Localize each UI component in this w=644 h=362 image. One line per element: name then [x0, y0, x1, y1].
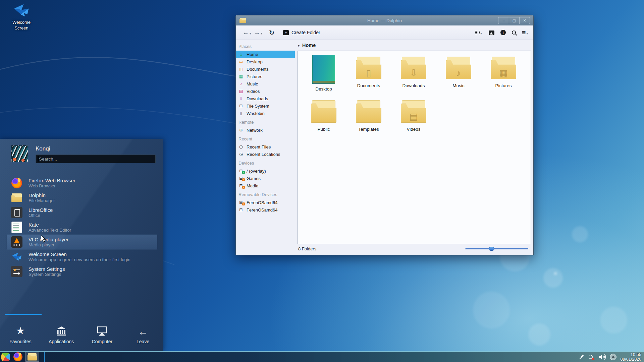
videos-icon: ▤ [238, 89, 244, 94]
maximize-button[interactable]: ▢ [509, 17, 519, 24]
welcome-bird-icon [13, 3, 30, 18]
zoom-slider[interactable] [465, 246, 528, 251]
breadcrumb-home[interactable]: Home [302, 43, 316, 48]
section-header: Recent [236, 134, 295, 143]
unmounted-badge: ✕ [242, 186, 245, 189]
search-input[interactable] [39, 157, 153, 162]
system-tray: 10:55 08/01/2020 [578, 352, 641, 362]
firefox-icon [11, 178, 22, 188]
folder-item-downloads[interactable]: ⇩ Downloads [391, 54, 436, 98]
digital-clock[interactable]: 10:55 08/01/2020 [620, 352, 641, 362]
minimize-button[interactable]: – [498, 17, 509, 24]
tab-computer[interactable]: Computer [82, 325, 123, 344]
app-item-kate[interactable]: Kate Advanced Text Editor [7, 220, 157, 235]
tab-favourites[interactable]: ★ Favourites [0, 325, 41, 344]
view-mode-button[interactable]: ▾ [475, 30, 483, 35]
folder-icon [27, 353, 37, 361]
sidebar-item-ferenos-2[interactable]: ⊟ FerenOSamd64 [236, 206, 295, 214]
sidebar-item-network[interactable]: ⊕ Network [236, 126, 295, 134]
sidebar-item-ferenos-1[interactable]: ⊟✕ FerenOSamd64 [236, 199, 295, 206]
app-item-libreoffice[interactable]: LibreOffice Office [7, 205, 157, 220]
folder-view[interactable]: Desktop ▯ Documents ⇩ Downloads ♪ Musi [298, 51, 531, 244]
folder-icon: ▦ [489, 56, 518, 80]
folder-item-public[interactable]: Public [301, 98, 346, 141]
sidebar-item-file-system[interactable]: ⊡ File System [236, 102, 295, 110]
welcome-bird-icon [11, 252, 22, 262]
bokeh-circle [572, 226, 588, 242]
folder-item-documents[interactable]: ▯ Documents [346, 54, 391, 98]
item-count: 8 Folders [298, 246, 316, 251]
tab-leave[interactable]: ← Leave [122, 325, 163, 344]
sidebar-item-documents[interactable]: ◫ Documents [236, 65, 295, 73]
network-icon: ⊕ [238, 128, 244, 132]
sidebar-item-home[interactable]: ⌂ Home [236, 51, 295, 58]
dolphin-task-button[interactable] [25, 352, 39, 362]
folder-item-videos[interactable]: ▤ Videos [391, 98, 436, 141]
preview-toggle-button[interactable] [489, 31, 494, 35]
kate-icon [11, 222, 22, 233]
app-item-system-settings[interactable]: System Settings System Settings [7, 264, 157, 279]
favourites-list: Firefox Web Browser Web Browser Dolphin … [7, 176, 157, 279]
forward-button[interactable]: → ▾ [252, 29, 263, 36]
sidebar-item-pictures[interactable]: ▦ Pictures [236, 73, 295, 80]
firefox-taskbar-icon[interactable] [13, 352, 22, 361]
app-item-dolphin[interactable]: Dolphin File Manager [7, 190, 157, 205]
menu-button[interactable]: ≡ ▾ [522, 30, 529, 35]
sidebar-item-videos[interactable]: ▤ Videos [236, 87, 295, 95]
star-icon: ★ [16, 326, 25, 336]
slider-track [465, 248, 528, 249]
folder-item-templates[interactable]: Templates [346, 98, 391, 141]
search-box[interactable] [36, 155, 156, 163]
clock-icon: ◷ [238, 145, 244, 149]
expand-tray-icon[interactable] [609, 353, 617, 361]
window-title: Home — Dolphin [236, 18, 533, 23]
close-button[interactable]: ✕ [519, 17, 530, 24]
app-item-vlc[interactable]: VLC media player Media player [7, 235, 157, 249]
sidebar-item-downloads[interactable]: ⇩ Downloads [236, 95, 295, 102]
sidebar-item-overlay[interactable]: ⊟✓ / (overlay) [236, 167, 295, 175]
chevron-down-icon: ▾ [261, 32, 263, 35]
bokeh-dot [554, 272, 557, 275]
desktop-icon-welcome-screen[interactable]: Welcome Screen [5, 3, 38, 31]
chevron-down-icon: ▾ [526, 32, 528, 35]
volume-icon[interactable] [599, 354, 606, 360]
sidebar-item-games[interactable]: ⊟✕ Games [236, 175, 295, 182]
sidebar-item-desktop[interactable]: ▭ Desktop [236, 58, 295, 65]
network-disconnected-icon[interactable] [588, 354, 595, 360]
folder-item-pictures[interactable]: ▦ Pictures [481, 54, 526, 98]
leave-arrow-icon: ← [138, 327, 148, 336]
folder-item-music[interactable]: ♪ Music [436, 54, 481, 98]
pictures-icon: ▦ [238, 74, 244, 79]
information-button[interactable]: i [500, 30, 506, 35]
hamburger-icon: ≡ [522, 31, 526, 35]
user-avatar[interactable] [11, 145, 28, 162]
desktop-thumbnail [312, 55, 335, 84]
new-folder-icon: + [283, 30, 289, 35]
back-button[interactable]: ← ▾ [240, 29, 252, 36]
slider-handle[interactable] [489, 247, 494, 251]
app-item-welcome-screen[interactable]: Welcome Screen Welcome app to greet new … [7, 249, 157, 264]
refresh-button[interactable]: ↻ [269, 29, 274, 37]
search-button[interactable] [512, 31, 516, 35]
chevron-down-icon: ▾ [250, 32, 251, 35]
sidebar-item-wastebin[interactable]: ▯ Wastebin [236, 110, 295, 117]
sidebar-item-music[interactable]: ♪ Music [236, 80, 295, 87]
vlc-icon [11, 236, 22, 248]
user-name: Konqi [36, 145, 50, 152]
breadcrumb[interactable]: ▸ Home [298, 40, 531, 51]
app-launcher-button[interactable] [1, 353, 10, 361]
app-item-firefox[interactable]: Firefox Web Browser Web Browser [7, 176, 157, 190]
titlebar[interactable]: Home — Dolphin – ▢ ✕ [236, 15, 533, 25]
sidebar-item-media[interactable]: ⊟✕ Media [236, 182, 295, 189]
sidebar-item-recent-locations[interactable]: ◶ Recent Locations [236, 150, 295, 158]
sidebar-item-recent-files[interactable]: ◷ Recent Files [236, 143, 295, 150]
drive-icon: ⊟✕ [238, 176, 244, 181]
stylus-tray-icon[interactable] [578, 354, 585, 360]
folder-item-desktop[interactable]: Desktop [301, 54, 346, 98]
task-separator [44, 352, 45, 362]
toolbar: ← ▾ → ▾ ↻ + Create Folder ▾ i [236, 25, 533, 40]
bokeh-circle [473, 292, 510, 328]
section-header: Removable Devices [236, 189, 295, 199]
create-folder-button[interactable]: + Create Folder [283, 30, 320, 35]
tab-applications[interactable]: Applications [41, 325, 82, 344]
